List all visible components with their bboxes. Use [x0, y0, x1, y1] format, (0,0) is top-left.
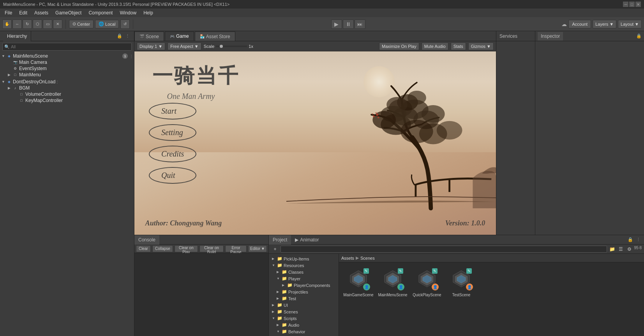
animator-tab[interactable]: ▶ Animator	[291, 235, 323, 245]
scale-slider[interactable]	[216, 46, 247, 47]
menu-edit[interactable]: Edit	[16, 9, 30, 16]
project-add-button[interactable]: +	[271, 246, 279, 253]
tree-item-event-system[interactable]: ⚙ EventSystem	[0, 65, 134, 72]
hierarchy-lock-button[interactable]: 🔒	[116, 33, 123, 40]
proj-tree-projectiles[interactable]: ▶ 📁 Projectiles	[269, 289, 339, 295]
project-lock-button[interactable]: 🔒	[627, 236, 634, 243]
credits-button[interactable]: Credits	[149, 146, 196, 162]
stats-button[interactable]: Stats	[451, 42, 466, 50]
mute-audio-button[interactable]: Mute Audio	[422, 42, 448, 50]
hierarchy-search-bar[interactable]: 🔍	[2, 43, 132, 51]
console-tab[interactable]: Console	[134, 235, 159, 245]
rotate-tool[interactable]: ↻	[23, 19, 32, 29]
proj-tree-player-components[interactable]: ▶ 📁 PlayerComponents	[269, 282, 339, 289]
tree-item-main-camera[interactable]: 📷 Main Camera	[0, 59, 134, 65]
proj-tree-resources[interactable]: ▼ 📁 Resources	[269, 262, 339, 269]
setting-button[interactable]: Setting	[149, 124, 196, 141]
breadcrumb-assets[interactable]: Assets	[341, 256, 354, 260]
rect-tool[interactable]: ▭	[43, 19, 52, 29]
error-pause-button[interactable]: Error Pause	[225, 245, 247, 252]
quit-button[interactable]: Quit	[149, 167, 196, 184]
tab-scene[interactable]: 🎬 Scene	[134, 32, 164, 41]
proj-tree-label: PlayerComponents	[294, 283, 330, 288]
clear-on-build-button[interactable]: Clear on Build	[199, 245, 224, 252]
proj-tree-audio[interactable]: ▶ 📁 Audio	[269, 322, 339, 328]
breadcrumb-separator: ▶	[356, 255, 359, 260]
asset-quick-play-scene[interactable]: ✎ 👤 QuickPlayScene	[411, 266, 443, 297]
hierarchy-search-input[interactable]	[11, 44, 130, 49]
proj-tree-pickup-items[interactable]: ▶ 📁 PickUp-Items	[269, 255, 339, 262]
asset-test-scene[interactable]: ✎ 👤 TestScene	[446, 266, 477, 297]
aspect-dropdown[interactable]: Free Aspect ▼	[168, 42, 201, 50]
tree-item-menu-icon[interactable]: ⋮	[129, 54, 133, 58]
tree-item-main-menu[interactable]: ▶ □ MainMenu	[0, 72, 134, 78]
proj-tree-player[interactable]: ▼ 📁 Player	[269, 275, 339, 282]
asset-main-game-scene[interactable]: ✎ 👤 MainGameScene	[343, 266, 374, 297]
proj-tree-scenes[interactable]: ▶ 📁 Scenes	[269, 308, 339, 315]
hand-tool[interactable]: ✋	[2, 19, 12, 29]
proj-tree-test[interactable]: ▶ 📁 Test	[269, 295, 339, 302]
step-button[interactable]: ⏭	[355, 19, 365, 29]
menu-component[interactable]: Component	[85, 9, 116, 16]
clear-button[interactable]: Clear	[136, 245, 151, 252]
tab-asset-store[interactable]: 🏪 Asset Store	[195, 32, 235, 41]
project-menu-button[interactable]: ⋮	[635, 236, 642, 243]
transform-tool[interactable]: ✕	[53, 19, 62, 29]
pause-button[interactable]: ⏸	[343, 19, 354, 29]
tree-item-menu-icon[interactable]: ⋮	[55, 80, 59, 84]
tree-item-bgm[interactable]: ▶ ♪ BGM	[0, 85, 134, 91]
menu-help[interactable]: Help	[140, 9, 156, 16]
hierarchy-menu-button[interactable]: ⋮	[124, 33, 131, 40]
aspect-chevron-icon: ▼	[194, 44, 199, 49]
tab-game[interactable]: 🎮 Game	[165, 32, 194, 41]
scale-tool[interactable]: ⬡	[33, 19, 42, 29]
gizmos-button[interactable]: Gizmos ▼	[468, 42, 494, 50]
breadcrumb-scenes[interactable]: Scenes	[360, 256, 375, 260]
close-button[interactable]: ✕	[635, 2, 641, 7]
account-button[interactable]: Account	[568, 20, 591, 28]
layout-button[interactable]: Layout ▼	[618, 20, 642, 28]
proj-tree-behavior[interactable]: ▼ 📁 Behavior	[269, 328, 339, 335]
menu-assets[interactable]: Assets	[31, 9, 51, 16]
editor-dropdown[interactable]: Editor ▼	[248, 245, 267, 252]
project-view-icon-btn[interactable]: ☰	[617, 246, 625, 253]
tree-item-dont-destroy[interactable]: ▼ ◈ DontDestroyOnLoad ⋮	[0, 79, 134, 85]
undo-button[interactable]: ↺	[120, 19, 130, 29]
proj-tree-ui[interactable]: ▶ 📁 UI	[269, 302, 339, 308]
clear-on-play-button[interactable]: Clear on Play	[175, 245, 198, 252]
project-folder-icon-btn[interactable]: 📁	[609, 246, 616, 253]
project-search-input[interactable]	[281, 246, 607, 253]
tree-expand-icon: ▶	[272, 303, 276, 307]
inspector-tab[interactable]: Inspector	[538, 32, 563, 40]
asset-main-menu-scene[interactable]: ✎ 👤 MainMenuScene	[377, 266, 408, 297]
hierarchy-tab[interactable]: Hierarchy	[3, 31, 31, 41]
space-button[interactable]: 🌐 Local	[95, 20, 119, 28]
menu-gameobject[interactable]: GameObject	[52, 9, 85, 16]
pivot-button[interactable]: ⊙ Center	[69, 20, 94, 28]
proj-tree-scripts[interactable]: ▼ 📁 Scripts	[269, 315, 339, 322]
inspector-lock-icon[interactable]: 🔒	[636, 33, 642, 39]
game-title-english: One Man Army	[167, 92, 215, 101]
project-settings-icon-btn[interactable]: ⚙	[626, 246, 633, 253]
menu-window[interactable]: Window	[116, 9, 139, 16]
maximize-on-play-button[interactable]: Maximize On Play	[379, 42, 419, 50]
svg-text:✎: ✎	[365, 269, 368, 273]
svg-point-13	[437, 121, 462, 140]
maximize-button[interactable]: □	[629, 2, 635, 7]
proj-tree-classes[interactable]: ▶ 📁 Classes	[269, 269, 339, 275]
start-button[interactable]: Start	[149, 103, 196, 120]
layers-button[interactable]: Layers ▼	[593, 20, 616, 28]
display-dropdown[interactable]: Display 1 ▼	[137, 42, 165, 50]
assets-view: Assets ▶ Scenes	[339, 254, 644, 336]
project-tab[interactable]: Project	[269, 235, 291, 245]
tree-item-volume-controller[interactable]: □ VolumeController	[0, 91, 134, 97]
services-panel: Services	[496, 31, 535, 235]
menu-file[interactable]: File	[2, 9, 15, 16]
collapse-button[interactable]: Collapse	[152, 245, 173, 252]
minimize-button[interactable]: ─	[623, 2, 628, 7]
tree-item-keymap-controller[interactable]: □ KeyMapController	[0, 97, 134, 104]
collab-icon: ☁	[561, 21, 567, 27]
play-button[interactable]: ▶	[331, 19, 342, 29]
move-tool[interactable]: ↔	[12, 19, 22, 29]
tree-item-main-menu-scene[interactable]: ▼ ◈ MainMenuScene 1 ⋮	[0, 53, 134, 59]
